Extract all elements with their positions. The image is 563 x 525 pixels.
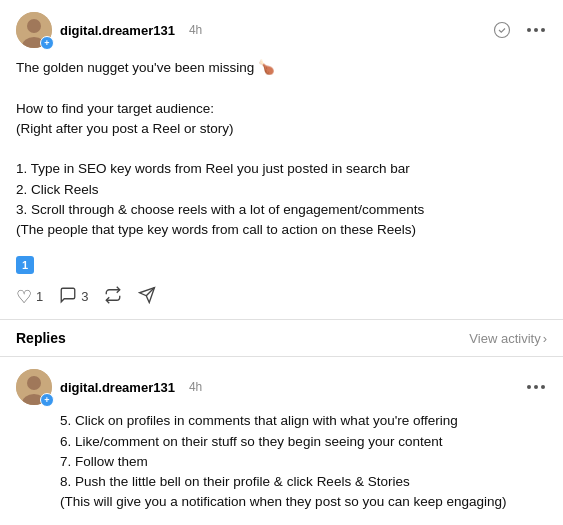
post-1: + digital.dreamer131 4h The golden n (0, 0, 563, 320)
post-2-text: 5. Click on profiles in comments that al… (60, 411, 547, 512)
post-1-header-icons (491, 19, 547, 41)
replies-label: Replies (16, 330, 66, 346)
post-2-line-3: 7. Follow them (60, 452, 547, 472)
post-1-line-7: 2. Click Reels (16, 180, 547, 200)
comment-count-1: 3 (81, 289, 88, 304)
post-1-line-8: 3. Scroll through & choose reels with a … (16, 200, 547, 220)
more-options-button-1[interactable] (525, 26, 547, 34)
repost-button-1[interactable] (104, 286, 122, 307)
post-1-line-6: 1. Type in SEO key words from Reel you j… (16, 159, 547, 179)
view-activity-chevron: › (543, 331, 547, 346)
more-options-button-2[interactable] (525, 383, 547, 391)
plus-badge-1: + (40, 36, 54, 50)
verify-icon-1[interactable] (491, 19, 513, 41)
post-2-line-5: (This will give you a notification when … (60, 492, 547, 512)
post-1-text: The golden nugget you've been missing 🍗 … (16, 58, 547, 240)
avatar-wrapper-1: + (16, 12, 52, 48)
post-2-header: + digital.dreamer131 4h (16, 369, 547, 405)
post-1-timestamp: 4h (189, 23, 202, 37)
post-1-header: + digital.dreamer131 4h (16, 12, 547, 48)
replies-header: Replies View activity › (0, 320, 563, 357)
post-2: + digital.dreamer131 4h 5. Click on prof… (0, 357, 563, 525)
post-2-line-4: 8. Push the little bell on their profile… (60, 472, 547, 492)
plus-badge-2: + (40, 393, 54, 407)
svg-point-5 (534, 28, 538, 32)
post-2-content: 5. Click on profiles in comments that al… (60, 411, 547, 525)
post-1-line-1: The golden nugget you've been missing 🍗 (16, 58, 547, 78)
post-1-line-4: (Right after you post a Reel or story) (16, 119, 547, 139)
svg-point-12 (527, 385, 531, 389)
comment-button-1[interactable]: 3 (59, 286, 88, 307)
svg-point-13 (534, 385, 538, 389)
post-2-line-2: 6. Like/comment on their stuff so they b… (60, 432, 547, 452)
svg-point-3 (495, 23, 510, 38)
svg-point-4 (527, 28, 531, 32)
post-1-line-5 (16, 139, 547, 159)
post-1-username[interactable]: digital.dreamer131 (60, 23, 175, 38)
post-2-line-1: 5. Click on profiles in comments that al… (60, 411, 547, 431)
post-1-line-3: How to find your target audience: (16, 99, 547, 119)
post-1-badge: 1 (16, 250, 547, 282)
comment-icon-1 (59, 286, 77, 307)
post-1-line-2 (16, 78, 547, 98)
heart-icon-1: ♡ (16, 288, 32, 306)
svg-point-14 (541, 385, 545, 389)
svg-point-6 (541, 28, 545, 32)
post-2-username[interactable]: digital.dreamer131 (60, 380, 175, 395)
view-activity[interactable]: View activity › (469, 331, 547, 346)
avatar-wrapper-2: + (16, 369, 52, 405)
view-activity-text: View activity (469, 331, 540, 346)
post-2-timestamp: 4h (189, 380, 202, 394)
share-icon-1 (138, 286, 156, 307)
svg-point-10 (27, 376, 41, 390)
post-1-header-left: + digital.dreamer131 4h (16, 12, 202, 48)
like-count-1: 1 (36, 289, 43, 304)
like-button-1[interactable]: ♡ 1 (16, 288, 43, 306)
share-button-1[interactable] (138, 286, 156, 307)
post-2-header-left: + digital.dreamer131 4h (16, 369, 202, 405)
post-1-line-9: (The people that type key words from cal… (16, 220, 547, 240)
post-1-actions: ♡ 1 3 (16, 282, 547, 311)
post-2-header-icons (525, 383, 547, 391)
repost-icon-1 (104, 286, 122, 307)
svg-point-1 (27, 19, 41, 33)
